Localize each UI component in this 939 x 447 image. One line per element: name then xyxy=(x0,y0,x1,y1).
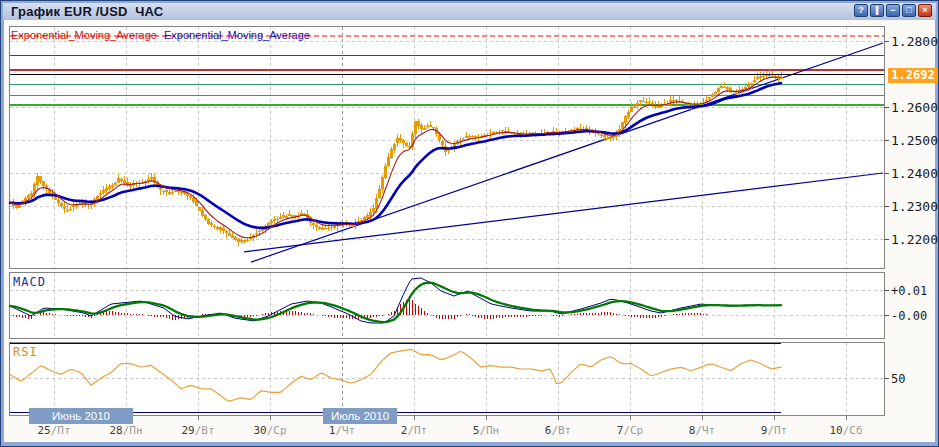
rsi-plot[interactable] xyxy=(10,343,885,416)
date-tick-label: 9/Пт xyxy=(761,424,788,437)
current-price-badge: 1.2692 xyxy=(888,68,938,83)
price-axis-label: 1.2500 xyxy=(891,133,938,148)
ema-indicator-label-slow: Exponential_Moving_Average xyxy=(164,29,310,41)
maximize-button[interactable]: □ xyxy=(902,4,916,17)
rsi-panel-label: RSI xyxy=(13,345,38,359)
rsi-axis-label: 50 xyxy=(891,372,905,386)
price-axis-label: 1.2300 xyxy=(891,199,938,214)
date-tick-label: 28/Пн xyxy=(109,424,142,437)
date-tick-label: 2/Пт xyxy=(401,424,428,437)
price-axis-label: 1.2200 xyxy=(891,232,938,247)
date-tick-label: 10/Сб xyxy=(829,424,862,437)
close-button[interactable]: × xyxy=(918,4,932,17)
date-tick-label: 29/Вт xyxy=(181,424,214,437)
window-controls: ? ∥ − □ × xyxy=(854,4,932,17)
macd-panel-label: MACD xyxy=(13,275,46,289)
price-axis-label: 1.2800 xyxy=(891,34,938,49)
macd-axis-label: +0.01 xyxy=(891,284,927,298)
title-bar[interactable]: График EUR /USD ЧАС ? ∥ − □ × xyxy=(3,3,936,20)
date-tick-label: 6/Вт xyxy=(545,424,572,437)
chart-window: 1.28001.26001.25001.24001.23001.2200+0.0… xyxy=(0,0,939,447)
month-badge-label: Июль 2010 xyxy=(331,410,389,422)
minimize-button[interactable]: − xyxy=(886,4,900,17)
help-button[interactable]: ? xyxy=(854,4,868,17)
price-axis-label: 1.2600 xyxy=(891,100,938,115)
price-scale: 1.28001.26001.25001.24001.23001.2200+0.0… xyxy=(884,34,938,386)
macd-axis-label: -0.00 xyxy=(891,309,927,323)
date-tick-label: 1/Чт xyxy=(329,424,356,437)
date-tick-label: 8/Чт xyxy=(689,424,716,437)
ema-indicator-label-fast: Exponential_Moving_Average xyxy=(11,29,157,41)
pause-button[interactable]: ∥ xyxy=(870,4,884,17)
window-title: График EUR /USD ЧАС xyxy=(11,4,163,19)
date-tick-label: 7/Ср xyxy=(617,424,644,437)
chart-canvas[interactable]: 1.28001.26001.25001.24001.23001.2200+0.0… xyxy=(1,1,939,447)
date-tick-label: 5/Пн xyxy=(473,424,500,437)
date-tick-label: 25/Пт xyxy=(37,424,70,437)
month-badge-label: Июнь 2010 xyxy=(52,410,110,422)
date-tick-label: 30/Ср xyxy=(253,424,286,437)
price-axis-label: 1.2400 xyxy=(891,166,938,181)
